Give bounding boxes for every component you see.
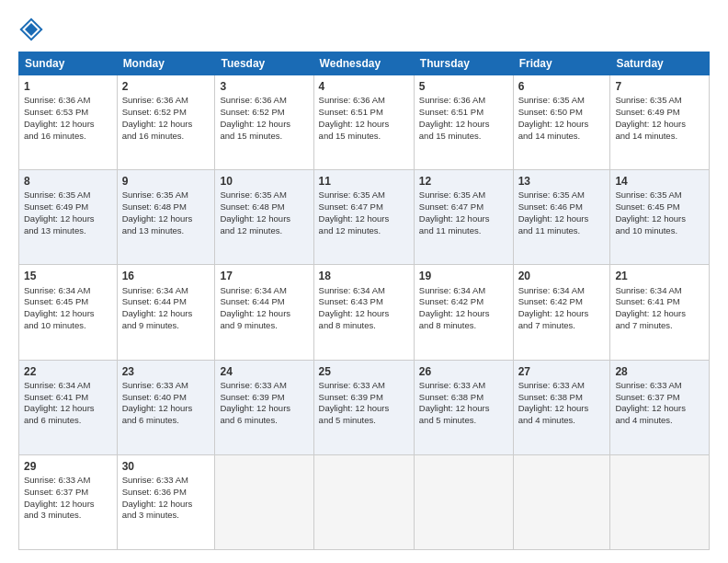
day-info: Sunrise: 6:33 AM Sunset: 6:36 PM Dayligh…	[122, 475, 210, 522]
calendar-cell: 16Sunrise: 6:34 AM Sunset: 6:44 PM Dayli…	[117, 265, 215, 360]
calendar-week-row: 22Sunrise: 6:34 AM Sunset: 6:41 PM Dayli…	[19, 360, 710, 454]
day-info: Sunrise: 6:33 AM Sunset: 6:37 PM Dayligh…	[615, 380, 704, 427]
calendar-cell: 15Sunrise: 6:34 AM Sunset: 6:45 PM Dayli…	[19, 265, 118, 360]
calendar-cell: 4Sunrise: 6:36 AM Sunset: 6:51 PM Daylig…	[313, 75, 414, 170]
calendar-cell: 23Sunrise: 6:33 AM Sunset: 6:40 PM Dayli…	[117, 360, 215, 454]
day-number: 22	[24, 364, 112, 379]
calendar-cell: 19Sunrise: 6:34 AM Sunset: 6:42 PM Dayli…	[414, 265, 513, 360]
day-number: 11	[319, 174, 409, 189]
weekday-header: Saturday	[610, 52, 710, 75]
day-info: Sunrise: 6:35 AM Sunset: 6:46 PM Dayligh…	[518, 190, 606, 236]
logo-icon	[18, 17, 44, 42]
calendar-cell	[513, 454, 610, 549]
calendar-cell: 18Sunrise: 6:34 AM Sunset: 6:43 PM Dayli…	[313, 265, 414, 360]
day-number: 8	[24, 174, 112, 189]
calendar-week-row: 15Sunrise: 6:34 AM Sunset: 6:45 PM Dayli…	[19, 265, 710, 360]
day-number: 12	[419, 174, 508, 189]
day-number: 2	[122, 79, 210, 94]
day-info: Sunrise: 6:34 AM Sunset: 6:45 PM Dayligh…	[24, 285, 112, 332]
weekday-header: Tuesday	[215, 52, 313, 75]
weekday-header: Monday	[117, 52, 215, 75]
day-info: Sunrise: 6:35 AM Sunset: 6:48 PM Dayligh…	[122, 190, 210, 236]
day-info: Sunrise: 6:33 AM Sunset: 6:38 PM Dayligh…	[419, 380, 508, 427]
calendar-cell: 9Sunrise: 6:35 AM Sunset: 6:48 PM Daylig…	[117, 170, 215, 265]
calendar-cell: 6Sunrise: 6:35 AM Sunset: 6:50 PM Daylig…	[513, 75, 610, 170]
day-number: 28	[615, 364, 704, 379]
calendar-cell: 27Sunrise: 6:33 AM Sunset: 6:38 PM Dayli…	[513, 360, 610, 454]
calendar-cell: 12Sunrise: 6:35 AM Sunset: 6:47 PM Dayli…	[414, 170, 513, 265]
calendar-cell: 8Sunrise: 6:35 AM Sunset: 6:49 PM Daylig…	[19, 170, 118, 265]
weekday-header: Sunday	[19, 52, 118, 75]
day-number: 29	[24, 459, 112, 474]
calendar-cell: 29Sunrise: 6:33 AM Sunset: 6:37 PM Dayli…	[19, 454, 118, 549]
day-number: 24	[220, 364, 308, 379]
day-number: 17	[220, 269, 308, 283]
day-info: Sunrise: 6:35 AM Sunset: 6:49 PM Dayligh…	[24, 190, 112, 236]
day-number: 26	[419, 364, 508, 379]
day-info: Sunrise: 6:34 AM Sunset: 6:41 PM Dayligh…	[24, 380, 112, 427]
day-info: Sunrise: 6:35 AM Sunset: 6:50 PM Dayligh…	[518, 95, 606, 142]
calendar-cell: 21Sunrise: 6:34 AM Sunset: 6:41 PM Dayli…	[610, 265, 710, 360]
day-info: Sunrise: 6:36 AM Sunset: 6:51 PM Dayligh…	[319, 95, 409, 142]
calendar-cell	[215, 454, 313, 549]
calendar-cell: 1Sunrise: 6:36 AM Sunset: 6:53 PM Daylig…	[19, 75, 118, 170]
day-number: 6	[518, 79, 606, 94]
day-info: Sunrise: 6:35 AM Sunset: 6:48 PM Dayligh…	[220, 190, 308, 236]
day-number: 21	[615, 269, 704, 283]
day-number: 1	[24, 79, 112, 94]
day-info: Sunrise: 6:33 AM Sunset: 6:39 PM Dayligh…	[220, 380, 308, 427]
day-number: 19	[419, 269, 508, 283]
calendar-cell: 11Sunrise: 6:35 AM Sunset: 6:47 PM Dayli…	[313, 170, 414, 265]
calendar-week-row: 8Sunrise: 6:35 AM Sunset: 6:49 PM Daylig…	[19, 170, 710, 265]
day-info: Sunrise: 6:34 AM Sunset: 6:42 PM Dayligh…	[518, 285, 606, 332]
calendar-cell: 26Sunrise: 6:33 AM Sunset: 6:38 PM Dayli…	[414, 360, 513, 454]
day-number: 9	[122, 174, 210, 189]
calendar-table: SundayMondayTuesdayWednesdayThursdayFrid…	[18, 52, 710, 550]
weekday-header: Friday	[513, 52, 610, 75]
calendar-cell	[610, 454, 710, 549]
calendar-cell: 17Sunrise: 6:34 AM Sunset: 6:44 PM Dayli…	[215, 265, 313, 360]
weekday-header: Wednesday	[313, 52, 414, 75]
day-number: 4	[319, 79, 409, 94]
calendar-cell	[313, 454, 414, 549]
day-number: 20	[518, 269, 606, 283]
day-info: Sunrise: 6:34 AM Sunset: 6:44 PM Dayligh…	[122, 285, 210, 332]
day-info: Sunrise: 6:33 AM Sunset: 6:38 PM Dayligh…	[518, 380, 606, 427]
day-info: Sunrise: 6:36 AM Sunset: 6:53 PM Dayligh…	[24, 95, 112, 142]
day-number: 5	[419, 79, 508, 94]
calendar-cell	[414, 454, 513, 549]
day-number: 3	[220, 79, 308, 94]
calendar-cell: 2Sunrise: 6:36 AM Sunset: 6:52 PM Daylig…	[117, 75, 215, 170]
day-number: 13	[518, 174, 606, 189]
calendar-cell: 14Sunrise: 6:35 AM Sunset: 6:45 PM Dayli…	[610, 170, 710, 265]
day-info: Sunrise: 6:35 AM Sunset: 6:47 PM Dayligh…	[319, 190, 409, 236]
calendar-cell: 20Sunrise: 6:34 AM Sunset: 6:42 PM Dayli…	[513, 265, 610, 360]
day-info: Sunrise: 6:33 AM Sunset: 6:37 PM Dayligh…	[24, 475, 112, 522]
calendar-cell: 25Sunrise: 6:33 AM Sunset: 6:39 PM Dayli…	[313, 360, 414, 454]
day-info: Sunrise: 6:35 AM Sunset: 6:49 PM Dayligh…	[615, 95, 704, 142]
day-info: Sunrise: 6:34 AM Sunset: 6:42 PM Dayligh…	[419, 285, 508, 332]
calendar-week-row: 1Sunrise: 6:36 AM Sunset: 6:53 PM Daylig…	[19, 75, 710, 170]
calendar-header-row: SundayMondayTuesdayWednesdayThursdayFrid…	[19, 52, 710, 75]
calendar-cell: 5Sunrise: 6:36 AM Sunset: 6:51 PM Daylig…	[414, 75, 513, 170]
weekday-header: Thursday	[414, 52, 513, 75]
calendar-cell: 22Sunrise: 6:34 AM Sunset: 6:41 PM Dayli…	[19, 360, 118, 454]
page: SundayMondayTuesdayWednesdayThursdayFrid…	[0, 0, 728, 563]
calendar-cell: 24Sunrise: 6:33 AM Sunset: 6:39 PM Dayli…	[215, 360, 313, 454]
calendar-week-row: 29Sunrise: 6:33 AM Sunset: 6:37 PM Dayli…	[19, 454, 710, 549]
day-info: Sunrise: 6:35 AM Sunset: 6:45 PM Dayligh…	[615, 190, 704, 236]
day-number: 27	[518, 364, 606, 379]
day-info: Sunrise: 6:36 AM Sunset: 6:52 PM Dayligh…	[220, 95, 308, 142]
day-info: Sunrise: 6:36 AM Sunset: 6:51 PM Dayligh…	[419, 95, 508, 142]
day-info: Sunrise: 6:33 AM Sunset: 6:39 PM Dayligh…	[319, 380, 409, 427]
calendar-cell: 30Sunrise: 6:33 AM Sunset: 6:36 PM Dayli…	[117, 454, 215, 549]
day-info: Sunrise: 6:34 AM Sunset: 6:43 PM Dayligh…	[319, 285, 409, 332]
day-number: 30	[122, 459, 210, 474]
calendar-cell: 28Sunrise: 6:33 AM Sunset: 6:37 PM Dayli…	[610, 360, 710, 454]
day-info: Sunrise: 6:34 AM Sunset: 6:44 PM Dayligh…	[220, 285, 308, 332]
day-number: 25	[319, 364, 409, 379]
day-number: 7	[615, 79, 704, 94]
day-info: Sunrise: 6:36 AM Sunset: 6:52 PM Dayligh…	[122, 95, 210, 142]
day-info: Sunrise: 6:33 AM Sunset: 6:40 PM Dayligh…	[122, 380, 210, 427]
calendar-cell: 3Sunrise: 6:36 AM Sunset: 6:52 PM Daylig…	[215, 75, 313, 170]
